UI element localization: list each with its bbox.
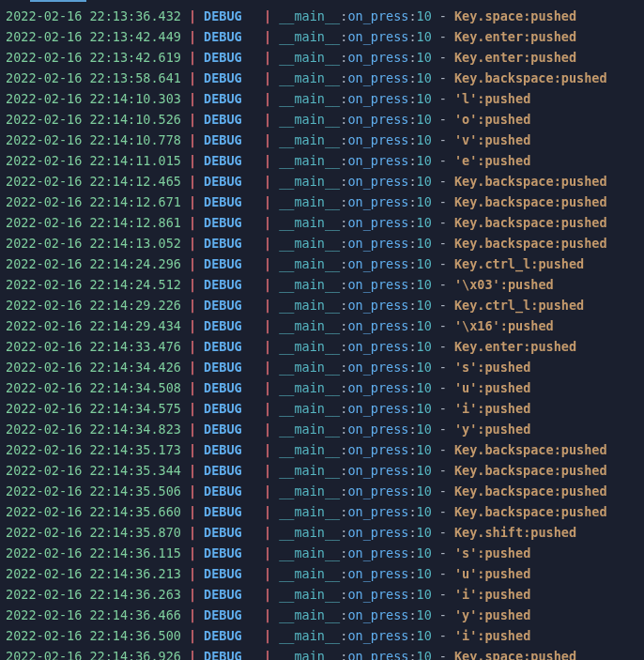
key-pressed: 'i' <box>454 625 477 646</box>
timestamp: 2022-02-16 22:14:10.778 <box>6 130 181 150</box>
dash: - <box>439 481 447 501</box>
separator: | <box>264 26 271 47</box>
log-line: 2022-02-16 22:14:36.926|DEBUG|__main__:o… <box>6 646 644 660</box>
log-level: DEBUG <box>204 357 256 377</box>
log-output[interactable]: 2022-02-16 22:13:36.432|DEBUG|__main__:o… <box>6 6 644 660</box>
line-number: 10 <box>417 26 432 47</box>
message-suffix: :pushed <box>554 481 607 501</box>
function-name: on_press <box>347 439 408 460</box>
separator: | <box>189 88 196 109</box>
dash: - <box>439 419 447 439</box>
colon: : <box>408 171 416 192</box>
dash: - <box>439 522 447 543</box>
separator: | <box>189 295 196 315</box>
log-level: DEBUG <box>204 315 256 336</box>
dash: - <box>439 377 447 398</box>
log-level: DEBUG <box>204 68 256 88</box>
log-level: DEBUG <box>204 130 256 150</box>
separator: | <box>264 253 271 274</box>
timestamp: 2022-02-16 22:14:12.861 <box>6 212 181 233</box>
log-line: 2022-02-16 22:14:10.526|DEBUG|__main__:o… <box>6 109 644 130</box>
dash: - <box>439 543 447 563</box>
timestamp: 2022-02-16 22:14:36.926 <box>6 646 181 660</box>
function-name: on_press <box>347 233 408 253</box>
message-suffix: :pushed <box>500 315 554 336</box>
log-line: 2022-02-16 22:14:36.263|DEBUG|__main__:o… <box>6 584 644 605</box>
separator: | <box>264 88 271 109</box>
dash: - <box>439 295 447 315</box>
separator: | <box>189 6 196 26</box>
module-name: __main__ <box>279 605 340 625</box>
module-name: __main__ <box>279 68 340 88</box>
function-name: on_press <box>347 522 408 543</box>
log-line: 2022-02-16 22:14:13.052|DEBUG|__main__:o… <box>6 233 644 253</box>
separator: | <box>189 253 196 274</box>
log-level: DEBUG <box>204 26 256 47</box>
colon: : <box>340 522 347 543</box>
function-name: on_press <box>347 625 408 646</box>
separator: | <box>189 171 196 192</box>
message-suffix: :pushed <box>477 398 530 419</box>
colon: : <box>408 68 416 88</box>
function-name: on_press <box>347 109 408 130</box>
function-name: on_press <box>347 88 408 109</box>
module-name: __main__ <box>279 109 340 130</box>
module-name: __main__ <box>279 419 340 439</box>
key-pressed: Key.shift <box>454 522 523 543</box>
function-name: on_press <box>347 171 408 192</box>
colon: : <box>340 439 347 460</box>
key-pressed: Key.backspace <box>454 460 554 481</box>
module-name: __main__ <box>279 646 340 660</box>
log-line: 2022-02-16 22:14:35.660|DEBUG|__main__:o… <box>6 501 644 522</box>
function-name: on_press <box>347 584 408 605</box>
colon: : <box>408 646 416 660</box>
module-name: __main__ <box>279 212 340 233</box>
message-suffix: :pushed <box>554 212 607 233</box>
colon: : <box>340 6 347 26</box>
key-pressed: Key.ctrl_l <box>454 253 530 274</box>
colon: : <box>408 481 416 501</box>
separator: | <box>264 233 271 253</box>
separator: | <box>264 439 271 460</box>
line-number: 10 <box>417 233 432 253</box>
message-suffix: :pushed <box>477 130 530 150</box>
colon: : <box>408 47 416 68</box>
separator: | <box>264 295 271 315</box>
colon: : <box>408 88 416 109</box>
separator: | <box>264 171 271 192</box>
module-name: __main__ <box>279 357 340 377</box>
colon: : <box>408 522 416 543</box>
colon: : <box>340 130 347 150</box>
separator: | <box>264 150 271 171</box>
separator: | <box>264 68 271 88</box>
log-line: 2022-02-16 22:14:35.173|DEBUG|__main__:o… <box>6 439 644 460</box>
module-name: __main__ <box>279 253 340 274</box>
log-line: 2022-02-16 22:14:34.508|DEBUG|__main__:o… <box>6 377 644 398</box>
line-number: 10 <box>417 88 432 109</box>
key-pressed: Key.enter <box>454 47 523 68</box>
separator: | <box>189 439 196 460</box>
key-pressed: 's' <box>454 543 477 563</box>
line-number: 10 <box>417 150 432 171</box>
key-pressed: '\x16' <box>454 315 500 336</box>
key-pressed: Key.ctrl_l <box>454 295 530 315</box>
function-name: on_press <box>347 295 408 315</box>
function-name: on_press <box>347 192 408 212</box>
key-pressed: Key.enter <box>454 26 523 47</box>
separator: | <box>264 130 271 150</box>
separator: | <box>189 192 196 212</box>
line-number: 10 <box>417 253 432 274</box>
separator: | <box>264 501 271 522</box>
key-pressed: 'y' <box>454 419 477 439</box>
line-number: 10 <box>417 522 432 543</box>
log-level: DEBUG <box>204 274 256 295</box>
timestamp: 2022-02-16 22:14:24.296 <box>6 253 181 274</box>
key-pressed: Key.backspace <box>454 481 554 501</box>
log-line: 2022-02-16 22:14:34.426|DEBUG|__main__:o… <box>6 357 644 377</box>
colon: : <box>408 192 416 212</box>
colon: : <box>340 377 347 398</box>
key-pressed: 's' <box>454 357 477 377</box>
message-suffix: :pushed <box>523 26 576 47</box>
timestamp: 2022-02-16 22:14:34.508 <box>6 377 181 398</box>
colon: : <box>340 646 347 660</box>
